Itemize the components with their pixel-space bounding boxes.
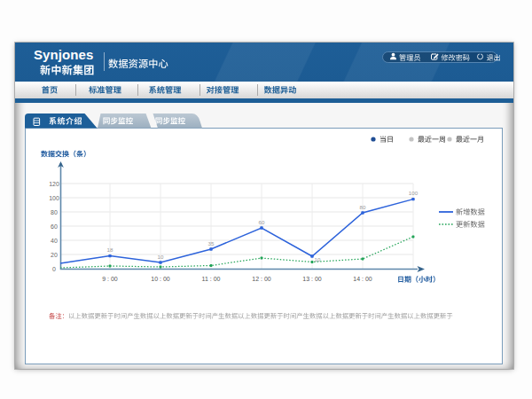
svg-text:100: 100: [409, 190, 419, 196]
svg-text:12 : 00: 12 : 00: [252, 276, 271, 282]
svg-text:10 : 00: 10 : 00: [151, 276, 170, 282]
svg-text:40: 40: [51, 238, 58, 244]
svg-text:35: 35: [208, 240, 215, 246]
svg-text:100: 100: [49, 195, 59, 201]
svg-text:14 : 00: 14 : 00: [353, 276, 372, 282]
svg-text:60: 60: [259, 219, 265, 225]
svg-text:9 : 00: 9 : 00: [102, 276, 118, 282]
svg-text:10: 10: [315, 256, 321, 262]
svg-text:20: 20: [51, 252, 58, 258]
svg-text:80: 80: [360, 204, 366, 210]
svg-text:11 : 00: 11 : 00: [202, 276, 221, 282]
svg-text:80: 80: [51, 209, 58, 215]
svg-text:10: 10: [158, 254, 164, 260]
svg-text:18: 18: [107, 246, 113, 253]
svg-text:120: 120: [49, 181, 59, 187]
svg-text:0: 0: [52, 266, 56, 272]
svg-text:13 : 00: 13 : 00: [302, 276, 322, 282]
svg-text:60: 60: [51, 223, 58, 230]
